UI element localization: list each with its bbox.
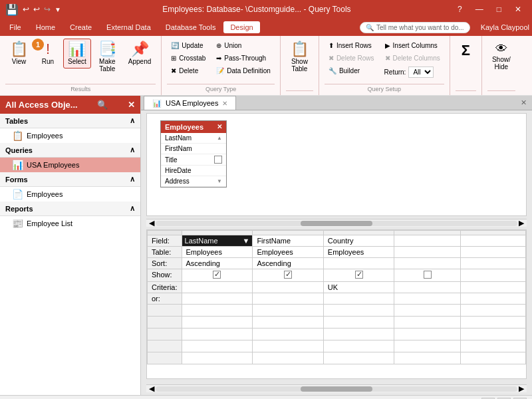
undo-btn[interactable]: ↩ [23,5,29,14]
menu-file[interactable]: File [3,21,28,33]
sidebar-collapse-icon[interactable]: ✕ [128,100,135,110]
title-checkbox[interactable] [214,156,222,164]
show-cell-2[interactable] [253,269,323,282]
sidebar-section-tables[interactable]: Tables ∧ [0,114,140,128]
diagram-hscroll[interactable]: ◀ ▶ [146,219,527,227]
sidebar-section-forms[interactable]: Forms ∧ [0,172,140,187]
status-bar: Form View ⊞ SQL ✏ [0,395,532,399]
show-cb-3[interactable] [355,271,363,279]
close-button[interactable]: ✕ [509,3,527,15]
minimize-button[interactable]: — [470,3,489,15]
crosstab-button[interactable]: ⊞ Crosstab [167,53,209,64]
field-cell-2[interactable]: FirstName [253,235,323,247]
criteria-cell-4[interactable] [394,282,461,293]
show-cell-4[interactable] [394,269,461,282]
maximize-button[interactable]: □ [491,3,507,15]
field-cell-1[interactable]: LastName ▼ [182,235,253,247]
table-cell-3[interactable]: Employees [323,247,394,258]
redo-btn[interactable]: ↪ [44,5,51,14]
field-cell-4[interactable] [394,235,461,247]
show-cell-5[interactable] [461,269,526,282]
menu-design[interactable]: Design [223,21,259,33]
close-pane-icon[interactable]: ✕ [518,96,529,110]
sort-cell-2[interactable]: Ascending [253,258,323,269]
show-cb-4[interactable] [424,271,432,279]
or-cell-4[interactable] [394,293,461,305]
grid-scroll-left[interactable]: ◀ [148,384,156,393]
sidebar-item-usa-employees[interactable]: 📊 USA Employees [0,158,140,172]
empty-row-3 [148,329,526,340]
or-cell-1[interactable] [182,293,253,305]
menu-create[interactable]: Create [63,21,98,33]
tab-close-icon[interactable]: ✕ [222,100,227,107]
sidebar-item-employees-form[interactable]: 📄 Employees [0,187,140,201]
table-cell-4[interactable] [394,247,461,258]
grid-scroll-right[interactable]: ▶ [517,384,525,393]
menu-external-data[interactable]: External Data [100,21,158,33]
union-button[interactable]: ⊕ Union [212,40,275,51]
or-row-label: or: [148,293,182,305]
criteria-row-label: Criteria: [148,282,182,293]
tell-me-box[interactable]: 🔍 Tell me what you want to do... [360,22,470,33]
field-dropdown-icon[interactable]: ▼ [243,237,250,245]
grid-hscroll[interactable]: ◀ ▶ [146,384,527,392]
insert-rows-button[interactable]: ⬆ Insert Rows [325,40,378,51]
help-button[interactable]: ? [452,3,467,15]
sidebar-section-reports[interactable]: Reports ∧ [0,201,140,216]
pass-through-button[interactable]: ➡ Pass-Through [212,53,275,64]
sort-cell-1[interactable]: Ascending [182,258,253,269]
criteria-cell-5[interactable] [461,282,526,293]
menu-database-tools[interactable]: Database Tools [159,21,223,33]
show-cell-3[interactable] [323,269,394,282]
or-cell-5[interactable] [461,293,526,305]
or-cell-2[interactable] [253,293,323,305]
grid-scroll-track[interactable] [156,386,517,392]
data-definition-button[interactable]: 📝 Data Definition [212,65,275,76]
sidebar-item-employee-list[interactable]: 📰 Employee List [0,216,140,231]
criteria-cell-3[interactable]: UK [323,282,394,293]
view-button[interactable]: 📋 View [5,39,33,68]
field-cell-3[interactable]: Country [323,235,394,247]
totals-button[interactable]: Σ [456,39,476,63]
sort-cell-4[interactable] [394,258,461,269]
scroll-track[interactable] [156,221,517,226]
menu-home[interactable]: Home [29,21,62,33]
table-cell-5[interactable] [461,247,526,258]
make-table-button[interactable]: 📑 MakeTable [94,39,121,76]
return-select[interactable]: All 5 25 [408,66,434,78]
delete-button[interactable]: ✖ Delete [167,65,209,76]
criteria-cell-1[interactable] [182,282,253,293]
show-cell-1[interactable] [182,269,253,282]
sort-cell-5[interactable] [461,258,526,269]
sidebar-section-queries[interactable]: Queries ∧ [0,143,140,158]
criteria-cell-2[interactable] [253,282,323,293]
grid-scroll-thumb [301,386,373,392]
sidebar-item-employees-table[interactable]: 📋 Employees [0,128,140,143]
scroll-right-btn[interactable]: ▶ [517,219,525,227]
show-hide-button[interactable]: 👁 Show/Hide [487,39,515,74]
field-cell-5[interactable] [461,235,526,247]
delete-rows-button[interactable]: ✖ Delete Rows [325,53,378,64]
builder-button[interactable]: 🔧 Builder [325,65,378,76]
query-type-section-label: Query Type [167,84,275,92]
query-setup-label: Query Setup [325,84,444,92]
table-box-close[interactable]: ✕ [217,123,222,131]
query-tab-usa-employees[interactable]: 📊 USA Employees ✕ [144,96,236,110]
sidebar-search-icon[interactable]: 🔍 [97,100,108,110]
lastname-field[interactable]: LastName ▼ [185,237,250,245]
delete-columns-button[interactable]: ✖ Delete Columns [381,53,444,64]
show-cb-2[interactable] [284,271,292,279]
or-cell-3[interactable] [323,293,394,305]
update-button[interactable]: 🔄 Update [167,40,209,51]
undo-btn2[interactable]: ↩ [33,5,40,14]
table-cell-1[interactable]: Employees [182,247,253,258]
sort-cell-3[interactable] [323,258,394,269]
select-button[interactable]: 📊 Select [63,39,91,68]
show-table-button[interactable]: 📋 ShowTable [286,39,313,76]
table-cell-2[interactable]: Employees [253,247,323,258]
scroll-left-btn[interactable]: ◀ [148,219,156,227]
append-button[interactable]: 📌 Append [124,39,156,68]
insert-columns-button[interactable]: ▶ Insert Columns [381,40,444,51]
show-cb-1[interactable] [213,271,221,279]
customize-btn[interactable]: ▼ [55,6,61,13]
